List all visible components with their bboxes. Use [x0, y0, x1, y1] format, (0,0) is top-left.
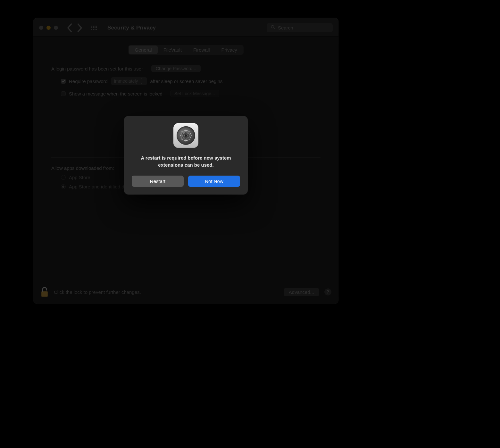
system-preferences-icon	[173, 123, 198, 148]
lock-help-text: Click the lock to prevent further change…	[54, 289, 141, 295]
not-now-button[interactable]: Not Now	[188, 176, 240, 187]
password-delay-select[interactable]: immediately ⌃⌄	[111, 77, 147, 85]
login-password-label: A login password has been set for this u…	[51, 66, 143, 71]
svg-line-16	[189, 139, 190, 140]
tabs: General FileVault Firewall Privacy	[33, 37, 338, 58]
require-password-checkbox[interactable]	[61, 79, 66, 84]
traffic-lights	[39, 26, 58, 30]
search-icon	[271, 25, 275, 31]
tab-general[interactable]: General	[129, 46, 157, 54]
after-sleep-label: after sleep or screen saver begins	[150, 79, 223, 84]
tab-filevault[interactable]: FileVault	[158, 46, 188, 54]
minimize-window-button[interactable]	[46, 26, 51, 30]
show-message-checkbox[interactable]	[61, 91, 66, 96]
search-field[interactable]	[267, 23, 333, 32]
radio-app-store-label: App Store	[69, 175, 90, 180]
forward-button[interactable]	[77, 25, 82, 31]
footer: Click the lock to prevent further change…	[33, 281, 338, 304]
system-preferences-window: Security & Privacy General FileVault Fir…	[33, 18, 338, 304]
radio-app-store[interactable]	[61, 175, 66, 180]
restart-button[interactable]: Restart	[132, 176, 184, 187]
nav-buttons	[67, 25, 82, 31]
restart-required-dialog: A restart is required before new system …	[124, 116, 248, 195]
chevron-updown-icon: ⌃⌄	[140, 78, 143, 84]
dialog-message: A restart is required before new system …	[132, 154, 240, 169]
tab-privacy[interactable]: Privacy	[216, 46, 243, 54]
require-password-label: Require password	[69, 79, 108, 84]
help-button[interactable]: ?	[324, 288, 331, 295]
lock-icon[interactable]	[40, 286, 49, 297]
show-all-button[interactable]	[91, 26, 97, 30]
svg-line-1	[274, 28, 275, 29]
password-delay-value: immediately	[114, 79, 138, 84]
set-lock-message-button[interactable]: Set Lock Message...	[170, 90, 219, 97]
tab-firewall[interactable]: Firewall	[188, 46, 216, 54]
svg-point-18	[185, 134, 188, 137]
show-message-label: Show a message when the screen is locked	[69, 91, 162, 96]
advanced-button[interactable]: Advanced...	[284, 288, 319, 296]
titlebar: Security & Privacy	[33, 18, 338, 37]
svg-line-15	[182, 139, 182, 140]
search-input[interactable]	[278, 25, 329, 30]
change-password-button[interactable]: Change Password...	[151, 65, 201, 72]
window-title: Security & Privacy	[107, 25, 156, 31]
svg-line-14	[189, 131, 190, 132]
back-button[interactable]	[67, 25, 73, 31]
zoom-window-button[interactable]	[54, 26, 58, 30]
svg-line-17	[182, 131, 182, 132]
radio-app-store-identified[interactable]	[61, 184, 66, 189]
close-window-button[interactable]	[39, 26, 43, 30]
